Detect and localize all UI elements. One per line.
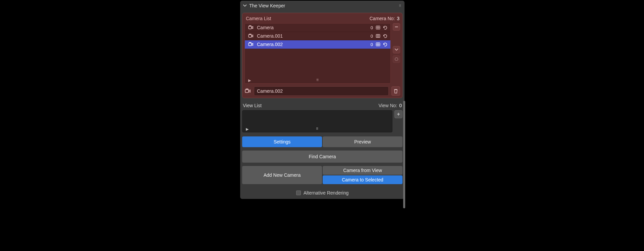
camera-row-selected[interactable]: Camera.002 0 xyxy=(245,40,390,49)
camera-value: 0 xyxy=(371,42,373,47)
refresh-icon[interactable] xyxy=(383,42,388,47)
camera-name-field[interactable]: Camera.002 xyxy=(254,86,389,96)
camera-icon xyxy=(248,42,254,47)
view-count: 0 xyxy=(399,103,402,108)
camera-menu-button[interactable] xyxy=(393,46,400,53)
view-section: View List View No: 0 ▶ ⠿ + xyxy=(242,103,402,132)
add-view-button[interactable]: + xyxy=(394,110,402,118)
camera-value: 0 xyxy=(371,25,373,30)
find-camera-button[interactable]: Find Camera xyxy=(242,151,402,163)
camera-list[interactable]: Camera 0 Camera.001 0 xyxy=(245,23,391,84)
view-count-label: View No: xyxy=(378,103,397,108)
refresh-icon[interactable] xyxy=(383,34,388,39)
scrollbar[interactable] xyxy=(403,101,405,208)
view-keeper-panel: The View Keeper ⠿ Camera List Camera No:… xyxy=(240,1,405,199)
mode-tabs: Settings Preview xyxy=(242,136,402,147)
camera-row[interactable]: Camera 0 xyxy=(245,24,390,32)
camera-section: Camera List Camera No: 3 Camera 0 xyxy=(242,13,402,98)
collapse-icon[interactable] xyxy=(243,3,247,8)
grid-icon[interactable] xyxy=(376,42,381,47)
camera-list-title: Camera List xyxy=(246,16,271,21)
record-camera-button[interactable] xyxy=(393,55,400,63)
camera-row[interactable]: Camera.001 0 xyxy=(245,32,390,40)
panel-header[interactable]: The View Keeper ⠿ xyxy=(240,1,405,11)
camera-list-footer: ▶ ⠿ xyxy=(245,77,390,83)
camera-name: Camera xyxy=(257,25,368,30)
camera-count-label: Camera No: xyxy=(370,16,395,21)
camera-value: 0 xyxy=(371,34,373,39)
camera-from-view-button[interactable]: Camera from View xyxy=(323,166,402,175)
grip-icon[interactable]: ⠿ xyxy=(399,4,402,8)
delete-camera-button[interactable] xyxy=(391,86,400,96)
remove-camera-button[interactable] xyxy=(393,23,400,31)
alternative-rendering-row[interactable]: Alternative Rendering xyxy=(242,190,402,196)
camera-icon xyxy=(245,88,251,94)
panel-title: The View Keeper xyxy=(249,3,399,8)
view-list[interactable]: ▶ ⠿ xyxy=(242,110,392,132)
tab-preview[interactable]: Preview xyxy=(323,136,402,147)
grid-icon[interactable] xyxy=(376,34,381,39)
resize-grip-icon[interactable]: ⠿ xyxy=(316,127,319,131)
checkbox-icon[interactable] xyxy=(296,191,301,195)
camera-name: Camera.001 xyxy=(257,33,368,39)
camera-to-selected-button[interactable]: Camera to Selected xyxy=(323,175,402,184)
camera-icon xyxy=(248,25,254,30)
grid-icon[interactable] xyxy=(376,25,381,30)
alternative-rendering-label: Alternative Rendering xyxy=(304,190,349,196)
camera-count: 3 xyxy=(397,16,399,21)
camera-name: Camera.002 xyxy=(257,42,368,47)
camera-icon xyxy=(248,33,254,39)
add-new-camera-button[interactable]: Add New Camera xyxy=(242,166,322,184)
expand-icon[interactable]: ▶ xyxy=(248,78,251,83)
tab-settings[interactable]: Settings xyxy=(242,136,322,147)
view-list-title: View List xyxy=(243,103,262,108)
refresh-icon[interactable] xyxy=(383,25,388,30)
expand-icon[interactable]: ▶ xyxy=(246,127,249,131)
resize-grip-icon[interactable]: ⠿ xyxy=(316,78,319,82)
